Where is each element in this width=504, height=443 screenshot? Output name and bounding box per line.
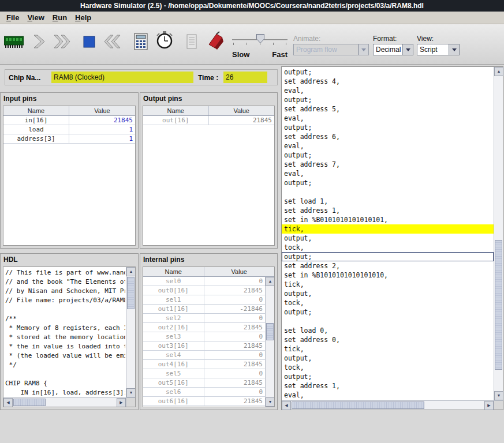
menu-run[interactable]: Run — [48, 12, 71, 23]
scroll-right-icon[interactable]: ▶ — [117, 398, 126, 407]
script-line[interactable]: output, — [282, 234, 494, 243]
menu-view[interactable]: View — [23, 12, 48, 23]
script-line[interactable]: eval, — [282, 391, 494, 400]
pin-name: load — [3, 125, 69, 134]
script-line[interactable]: set address 7, — [282, 160, 494, 169]
script-line[interactable]: tock, — [282, 243, 494, 252]
script-line[interactable]: eval, — [282, 169, 494, 178]
script-line[interactable]: set address 2, — [282, 261, 494, 271]
script-line[interactable]: output; — [282, 252, 494, 261]
script-line[interactable]: output, — [282, 289, 494, 298]
speed-slider[interactable]: Slow Fast — [232, 31, 288, 59]
pin-value[interactable]: 21845 — [69, 116, 135, 125]
pin-value: 21845 — [204, 286, 266, 295]
memory-chip-icon[interactable] — [3, 32, 24, 51]
hardware-simulator-window: Hardware Simulator (2.5) - /home/oppa/Do… — [0, 0, 504, 443]
script-line[interactable]: output; — [282, 178, 494, 187]
hdl-title: HDL — [3, 256, 18, 264]
rewind-icon[interactable] — [103, 32, 121, 51]
hdl-line — [5, 370, 125, 379]
script-line[interactable]: tick, — [282, 280, 494, 289]
menu-file[interactable]: File — [2, 12, 23, 23]
script-line[interactable]: output; — [282, 67, 494, 77]
hdl-vertical-scrollbar[interactable]: ▲ ▼ — [126, 267, 135, 397]
script-vertical-scrollbar[interactable]: ▲ ▼ — [494, 67, 503, 400]
script-line[interactable]: output; — [282, 151, 494, 160]
script-line[interactable]: output; — [282, 307, 494, 317]
table-row: out2[16]21845 — [143, 323, 265, 332]
script-line[interactable]: output; — [282, 123, 494, 132]
scroll-left-icon[interactable]: ◀ — [282, 401, 291, 410]
animate-select[interactable]: Program flow — [293, 44, 369, 55]
script-line[interactable]: set address 5, — [282, 104, 494, 114]
view-select[interactable]: Script — [417, 44, 460, 55]
script-line[interactable]: eval, — [282, 86, 494, 95]
script-line[interactable]: set load 0, — [282, 326, 494, 335]
script-line[interactable]: output; — [282, 95, 494, 104]
scrollbar-thumb[interactable] — [495, 240, 502, 370]
pin-value[interactable]: 1 — [69, 134, 135, 143]
script-line[interactable]: output, — [282, 354, 494, 363]
script-line[interactable]: tick, — [282, 224, 494, 234]
scroll-down-icon[interactable]: ▼ — [494, 391, 503, 400]
script-line[interactable]: eval, — [282, 114, 494, 123]
script-line[interactable]: tick, — [282, 344, 494, 354]
scroll-down-icon[interactable]: ▼ — [126, 388, 136, 397]
menu-help[interactable]: Help — [71, 12, 95, 23]
format-select[interactable]: Decimal — [373, 44, 413, 55]
pin-value[interactable]: 1 — [69, 125, 135, 134]
eraser-icon[interactable] — [207, 31, 225, 50]
scroll-up-icon[interactable]: ▲ — [494, 67, 503, 76]
chevron-down-icon[interactable] — [402, 44, 413, 55]
single-step-icon[interactable] — [30, 32, 48, 51]
clock-icon[interactable] — [155, 31, 174, 50]
script-line[interactable]: tock, — [282, 298, 494, 307]
slider-thumb[interactable] — [256, 34, 264, 43]
chip-status-bar: Chip Na... RAM8 (Clocked) Time : 26 — [5, 69, 278, 85]
table-header: Name Value — [143, 106, 274, 116]
table-body: sel00out0[16]21845sel10out1[16]-21846sel… — [143, 277, 265, 407]
pin-name: out4[16] — [143, 360, 204, 369]
fast-forward-icon[interactable] — [53, 32, 72, 51]
stop-icon[interactable] — [80, 32, 98, 51]
script-line[interactable]: set in %B0101010101010101, — [282, 215, 494, 224]
hdl-line: // File name: projects/03/a/RAM8 — [5, 296, 125, 305]
script-line[interactable]: set address 6, — [282, 132, 494, 141]
calculator-icon[interactable] — [132, 32, 150, 51]
script-line[interactable]: set address 1, — [282, 206, 494, 215]
table-header: Name Value — [3, 106, 135, 116]
script-line[interactable]: output; — [282, 372, 494, 381]
scroll-down-icon[interactable]: ▼ — [266, 397, 275, 407]
script-line[interactable]: set address 0, — [282, 335, 494, 344]
script-line[interactable] — [282, 317, 494, 326]
script-line[interactable]: set address 4, — [282, 77, 494, 86]
scroll-left-icon[interactable]: ◀ — [3, 398, 13, 407]
pin-name: out1[16] — [143, 305, 204, 313]
script-line[interactable]: set load 1, — [282, 197, 494, 206]
scrollbar-thumb[interactable] — [292, 401, 424, 409]
script-line[interactable]: set address 1, — [282, 381, 494, 391]
scrollbar-thumb[interactable] — [127, 277, 135, 309]
scroll-up-icon[interactable]: ▲ — [126, 267, 136, 276]
script-line[interactable]: tock, — [282, 363, 494, 372]
scroll-up-icon[interactable]: ▲ — [266, 277, 275, 286]
chevron-down-icon[interactable] — [358, 44, 368, 55]
column-header-value: Value — [209, 106, 275, 115]
script-line[interactable]: eval, — [282, 141, 494, 151]
chevron-down-icon[interactable] — [449, 44, 459, 55]
internal-pins-vertical-scrollbar[interactable]: ▲ ▼ — [265, 277, 274, 407]
scroll-right-icon[interactable]: ▶ — [484, 401, 494, 410]
scrollbar-thumb[interactable] — [266, 323, 274, 340]
toolbar: Slow Fast Animate: Program flow Format: … — [0, 24, 504, 65]
pin-value: -21846 — [204, 305, 266, 313]
scrollbar-thumb[interactable] — [13, 399, 46, 406]
hdl-horizontal-scrollbar[interactable]: ◀ ▶ — [3, 397, 126, 407]
script-line[interactable] — [282, 187, 494, 197]
script-icon[interactable] — [182, 32, 201, 51]
table-row: out1[16]-21846 — [143, 305, 265, 314]
time-label: Time : — [198, 74, 218, 82]
script-horizontal-scrollbar[interactable]: ◀ ▶ — [282, 400, 494, 410]
script-view[interactable]: output;set address 4,eval,output;set add… — [282, 67, 494, 400]
time-field: 26 — [223, 72, 267, 83]
script-line[interactable]: set in %B1010101010101010, — [282, 271, 494, 280]
